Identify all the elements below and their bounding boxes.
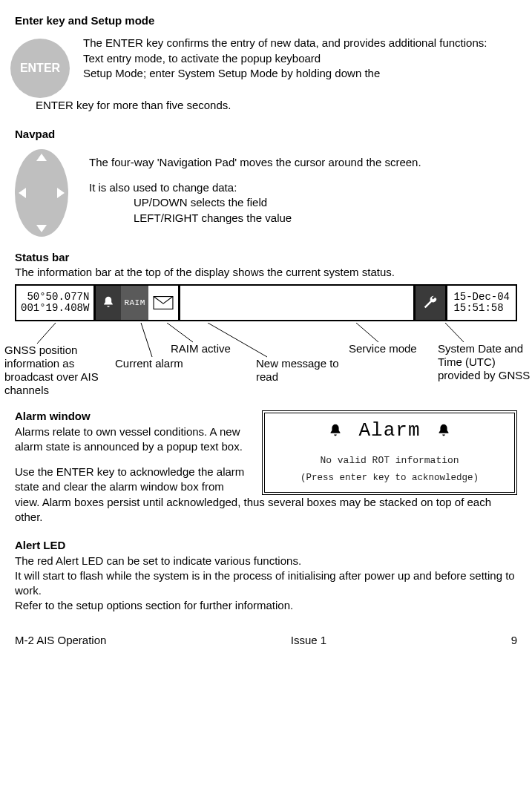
callout-newmsg: New message to read	[256, 357, 345, 384]
heading-status: Status bar	[15, 250, 517, 265]
page-footer: M-2 AIS Operation Issue 1 9	[15, 633, 517, 648]
navpad-right-icon	[57, 188, 65, 198]
callout-gnss: GNSS position information as broadcast o…	[4, 344, 108, 397]
status-callouts: GNSS position information as broadcast o…	[15, 323, 517, 404]
alert-p3: Refer to the setup options section for f…	[15, 598, 517, 613]
callout-sysdate: System Date and Time (UTC) provided by G…	[438, 342, 532, 382]
alarm-p2b: view. Alarm boxes persist until acknowle…	[15, 495, 517, 525]
heading-alarm: Alarm window	[15, 409, 246, 424]
footer-right: 9	[511, 633, 517, 648]
enter-p1: The ENTER key confirms the entry of new …	[83, 36, 487, 50]
alarm-popup-msg: No valid ROT information	[271, 454, 508, 468]
svg-line-1	[37, 323, 56, 344]
heading-enter: Enter key and Setup mode	[15, 13, 517, 28]
callout-raim: RAIM active	[171, 342, 231, 355]
enter-p2: Text entry mode, to activate the popup k…	[83, 51, 487, 66]
svg-line-5	[356, 323, 378, 342]
heading-navpad: Navpad	[15, 127, 517, 142]
status-datetime: 15-Dec-04 15:51:58	[447, 286, 516, 320]
alarm-p1: Alarms relate to own vessel conditions. …	[15, 424, 246, 455]
alarm-popup-title: Alarm	[358, 418, 420, 444]
enter-text-block: The ENTER key confirms the entry of new …	[83, 36, 487, 81]
svg-line-3	[167, 323, 193, 342]
footer-center: Issue 1	[291, 633, 326, 648]
footer-left: M-2 AIS Operation	[15, 633, 106, 648]
message-envelope-icon	[148, 286, 178, 320]
status-coords: 50°50.077N 001°19.408W	[16, 286, 93, 320]
status-desc: The information bar at the top of the di…	[15, 265, 517, 280]
navpad-down-icon	[36, 225, 47, 232]
section-enter: Enter key and Setup mode ENTER The ENTER…	[15, 13, 517, 114]
service-wrench-icon	[416, 286, 445, 320]
enter-p4: ENTER key for more than five seconds.	[36, 98, 517, 113]
alarm-p2a: Use the ENTER key to acknowledge the ala…	[15, 465, 246, 495]
section-navpad: Navpad The four-way 'Navigation Pad' mov…	[15, 127, 517, 237]
svg-line-2	[141, 323, 152, 357]
svg-line-6	[445, 323, 464, 342]
bell-icon	[436, 423, 452, 439]
section-alert: Alert LED The red Alert LED can be set t…	[15, 538, 517, 613]
alarm-bell-icon	[96, 286, 121, 320]
navpad-l1: UP/DOWN selects the field	[134, 195, 421, 210]
navpad-text-block: The four-way 'Navigation Pad' moves the …	[89, 146, 421, 226]
section-status: Status bar The information bar at the to…	[15, 250, 517, 405]
section-alarm: Alarm window Alarms relate to own vessel…	[15, 409, 517, 525]
alarm-popup-ack: (Press enter key to acknowledge)	[271, 472, 508, 485]
navpad-p2: It is also used to change data:	[89, 180, 421, 195]
alert-p2: It will start to flash while the system …	[15, 568, 517, 599]
navpad-l2: LEFT/RIGHT changes the value	[134, 211, 421, 226]
callout-service: Service mode	[349, 342, 417, 355]
bell-icon	[327, 423, 344, 439]
enter-button-graphic: ENTER	[10, 39, 70, 98]
status-bar-graphic: 50°50.077N 001°19.408W RAIM 15-Dec-04 15…	[15, 284, 517, 321]
status-spacer	[180, 286, 414, 320]
navpad-graphic	[15, 149, 68, 237]
navpad-p1: The four-way 'Navigation Pad' moves the …	[89, 155, 421, 170]
raim-indicator: RAIM	[121, 286, 148, 320]
alarm-popup-graphic: Alarm No valid ROT information (Press en…	[262, 410, 517, 495]
callout-alarm: Current alarm	[115, 357, 183, 370]
alert-p1: The red Alert LED can be set to indicate…	[15, 554, 517, 568]
navpad-up-icon	[36, 154, 47, 161]
enter-p3: Setup Mode; enter System Setup Mode by h…	[83, 66, 487, 81]
enter-button-label: ENTER	[20, 60, 60, 76]
navpad-left-icon	[19, 188, 26, 198]
heading-alert: Alert LED	[15, 538, 517, 553]
